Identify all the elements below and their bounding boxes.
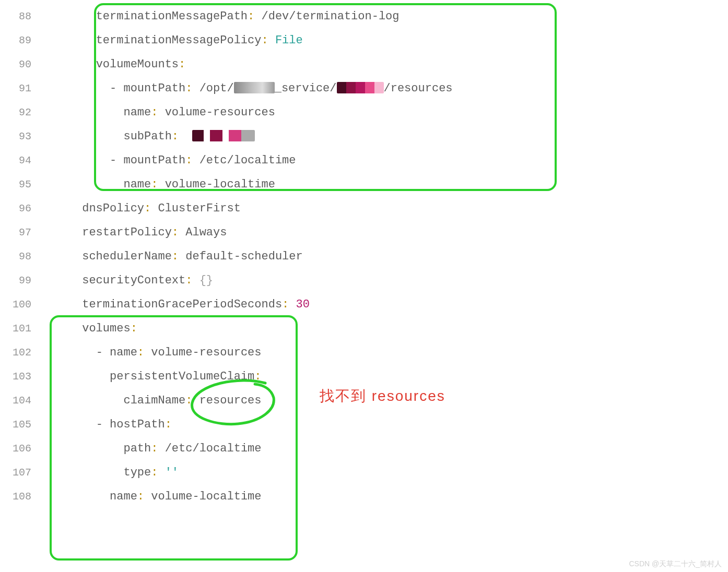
code-line: 102 - name: volume-resources	[0, 340, 728, 364]
annotation-text: 找不到 resources	[320, 386, 445, 406]
line-number: 92	[0, 106, 41, 118]
code-content: name: volume-resources	[41, 106, 275, 119]
watermark: CSDN @天草二十六_简村人	[629, 559, 722, 569]
code-content: terminationMessagePath: /dev/termination…	[41, 10, 400, 23]
redacted	[192, 130, 255, 141]
line-number: 107	[0, 467, 41, 479]
code-content: terminationMessagePolicy: File	[41, 34, 303, 47]
line-number: 102	[0, 347, 41, 359]
code-content: name: volume-localtime	[41, 490, 261, 503]
line-number: 105	[0, 419, 41, 431]
line-number: 90	[0, 58, 41, 70]
code-line: 94 - mountPath: /etc/localtime	[0, 148, 728, 172]
line-number: 91	[0, 82, 41, 94]
code-content: volumeMounts:	[41, 58, 192, 71]
line-number: 103	[0, 371, 41, 383]
code-line: 89 terminationMessagePolicy: File	[0, 28, 728, 52]
code-content: name: volume-localtime	[41, 178, 275, 191]
code-line: 103 persistentVolumeClaim:	[0, 364, 728, 388]
code-content: type: ''	[41, 466, 179, 479]
line-number: 101	[0, 323, 41, 335]
redacted	[337, 82, 384, 93]
code-line: 100 terminationGracePeriodSeconds: 30	[0, 292, 728, 316]
code-content: - mountPath: /etc/localtime	[41, 154, 296, 167]
line-number: 100	[0, 299, 41, 311]
code-content: volumes:	[41, 322, 144, 335]
code-line: 91 - mountPath: /opt/_service//resources	[0, 76, 728, 100]
code-line: 90 volumeMounts:	[0, 52, 728, 76]
line-number: 93	[0, 130, 41, 142]
code-line: 98 schedulerName: default-scheduler	[0, 244, 728, 268]
code-content: dnsPolicy: ClusterFirst	[41, 202, 241, 215]
line-number: 99	[0, 275, 41, 287]
line-number: 97	[0, 227, 41, 239]
code-content: terminationGracePeriodSeconds: 30	[41, 298, 310, 311]
code-editor: 88 terminationMessagePath: /dev/terminat…	[0, 0, 728, 508]
line-number: 95	[0, 178, 41, 190]
code-line: 96 dnsPolicy: ClusterFirst	[0, 196, 728, 220]
code-content: securityContext: {}	[41, 274, 213, 287]
line-number: 104	[0, 395, 41, 407]
code-line: 88 terminationMessagePath: /dev/terminat…	[0, 4, 728, 28]
line-number: 98	[0, 251, 41, 263]
line-number: 108	[0, 491, 41, 503]
code-content: - mountPath: /opt/_service//resources	[41, 82, 453, 95]
code-content: - name: volume-resources	[41, 346, 261, 359]
line-number: 94	[0, 154, 41, 166]
code-content: claimName: resources	[41, 394, 262, 407]
line-number: 106	[0, 443, 41, 455]
code-line: 99 securityContext: {}	[0, 268, 728, 292]
code-line: 95 name: volume-localtime	[0, 172, 728, 196]
code-content: subPath:	[41, 130, 255, 143]
line-number: 88	[0, 10, 41, 22]
code-line: 92 name: volume-resources	[0, 100, 728, 124]
code-content: schedulerName: default-scheduler	[41, 250, 303, 263]
code-content: path: /etc/localtime	[41, 442, 262, 455]
code-content: persistentVolumeClaim:	[41, 370, 268, 383]
code-line: 101 volumes:	[0, 316, 728, 340]
code-line: 106 path: /etc/localtime	[0, 436, 728, 460]
line-number: 89	[0, 34, 41, 46]
code-line: 107 type: ''	[0, 460, 728, 484]
code-line: 105 - hostPath:	[0, 412, 728, 436]
line-number: 96	[0, 202, 41, 214]
code-line: 108 name: volume-localtime	[0, 484, 728, 508]
code-content: - hostPath:	[41, 418, 179, 431]
code-content: restartPolicy: Always	[41, 226, 227, 239]
redacted	[234, 82, 275, 93]
code-line: 93 subPath:	[0, 124, 728, 148]
code-line: 97 restartPolicy: Always	[0, 220, 728, 244]
